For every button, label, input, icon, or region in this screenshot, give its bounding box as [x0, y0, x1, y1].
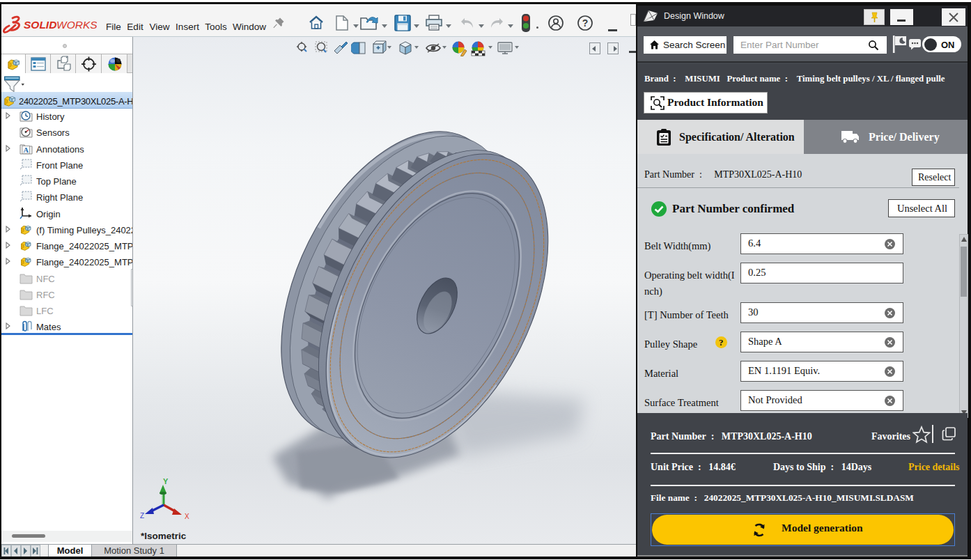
- svg-text:X: X: [185, 513, 189, 520]
- svg-text:SOLID: SOLID: [24, 19, 56, 31]
- svg-text:?: ?: [582, 17, 589, 29]
- svg-text:Y: Y: [163, 477, 169, 485]
- svg-text:WORKS: WORKS: [56, 19, 97, 31]
- svg-text:Z: Z: [140, 512, 144, 520]
- svg-text:A: A: [23, 146, 29, 153]
